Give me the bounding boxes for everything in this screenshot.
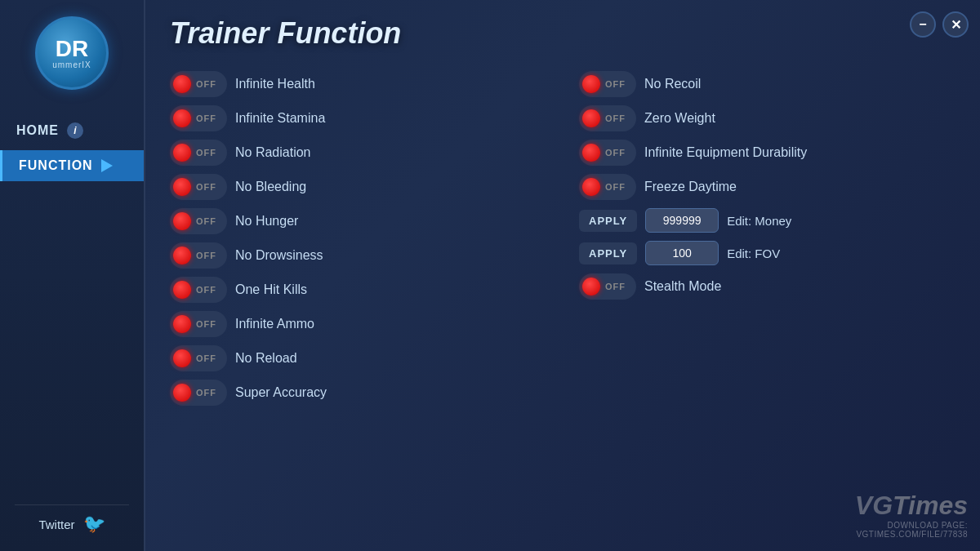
edit-fov-item: APPLY Edit: FOV bbox=[579, 241, 956, 265]
toggle-no-radiation[interactable]: OFF bbox=[170, 140, 227, 166]
minimize-button[interactable]: − bbox=[910, 11, 936, 38]
fov-label: Edit: FOV bbox=[727, 247, 780, 260]
list-item: OFF No Reload bbox=[170, 345, 546, 371]
toggle-infinite-stamina[interactable]: OFF bbox=[170, 105, 227, 131]
list-item: OFF No Radiation bbox=[170, 140, 546, 166]
window-controls: − ✕ bbox=[910, 11, 969, 38]
toggle-stealth-mode[interactable]: OFF bbox=[579, 273, 636, 300]
play-arrow-icon bbox=[101, 159, 113, 172]
list-item: OFF One Hit Kills bbox=[170, 277, 546, 303]
apply-money-button[interactable]: APPLY bbox=[579, 210, 637, 232]
list-item: OFF Freeze Daytime bbox=[579, 174, 956, 200]
money-label: Edit: Money bbox=[727, 214, 791, 228]
sidebar: DR ummerIX HOME i FUNCTION Twitter 🐦 bbox=[0, 0, 145, 551]
list-item: OFF Infinite Equipment Durability bbox=[579, 140, 956, 166]
toggle-no-recoil[interactable]: OFF bbox=[579, 71, 636, 97]
toggle-one-hit-kills[interactable]: OFF bbox=[170, 277, 227, 303]
toggle-dot bbox=[173, 75, 191, 93]
sidebar-divider bbox=[15, 504, 130, 505]
vgtimes-logo: VGTimes bbox=[855, 491, 968, 521]
list-item: OFF Infinite Ammo bbox=[170, 311, 546, 337]
list-item: OFF Super Accuracy bbox=[170, 380, 546, 406]
fov-input[interactable] bbox=[645, 241, 719, 265]
stealth-mode-label: Stealth Mode bbox=[644, 279, 721, 294]
toggle-no-drowsiness[interactable]: OFF bbox=[170, 242, 227, 269]
sidebar-item-home[interactable]: HOME i bbox=[0, 114, 144, 147]
toggle-freeze-daytime[interactable]: OFF bbox=[579, 174, 636, 200]
main-content: − ✕ Trainer Function OFF Infinite Health… bbox=[145, 0, 980, 551]
toggle-no-bleeding[interactable]: OFF bbox=[170, 174, 227, 200]
vgtimes-url: VGTIMES.COM/FILE/77838 bbox=[855, 530, 968, 539]
vgtimes-url-label: DOWNLOAD PAGE: bbox=[855, 521, 968, 530]
list-item: OFF Zero Weight bbox=[579, 105, 956, 131]
list-item: OFF Infinite Health bbox=[170, 71, 546, 97]
list-item: OFF Infinite Stamina bbox=[170, 105, 546, 131]
list-item: OFF No Bleeding bbox=[170, 174, 546, 200]
money-input[interactable] bbox=[645, 208, 719, 233]
function-column-right: OFF No Recoil OFF Zero Weight OFF Infini… bbox=[579, 71, 956, 406]
list-item: OFF No Drowsiness bbox=[170, 242, 546, 269]
twitter-icon: 🐦 bbox=[83, 513, 105, 535]
edit-money-item: APPLY Edit: Money bbox=[579, 208, 956, 233]
logo-sub: ummerIX bbox=[52, 60, 91, 69]
function-column-left: OFF Infinite Health OFF Infinite Stamina… bbox=[170, 71, 546, 406]
toggle-zero-weight[interactable]: OFF bbox=[579, 105, 636, 131]
twitter-link[interactable]: Twitter 🐦 bbox=[38, 513, 105, 535]
function-grid: OFF Infinite Health OFF Infinite Stamina… bbox=[170, 71, 956, 406]
close-button[interactable]: ✕ bbox=[942, 11, 969, 38]
list-item: OFF No Hunger bbox=[170, 208, 546, 234]
toggle-infinite-health[interactable]: OFF bbox=[170, 71, 227, 97]
toggle-no-hunger[interactable]: OFF bbox=[170, 208, 227, 234]
toggle-no-reload[interactable]: OFF bbox=[170, 345, 227, 371]
logo-dr: DR bbox=[56, 38, 88, 60]
page-title: Trainer Function bbox=[170, 16, 956, 51]
sidebar-item-function[interactable]: FUNCTION bbox=[0, 150, 144, 181]
vgtimes-watermark: VGTimes DOWNLOAD PAGE: VGTIMES.COM/FILE/… bbox=[855, 491, 968, 539]
apply-fov-button[interactable]: APPLY bbox=[579, 242, 637, 264]
toggle-infinite-ammo[interactable]: OFF bbox=[170, 311, 227, 337]
stealth-mode-item: OFF Stealth Mode bbox=[579, 273, 956, 300]
list-item: OFF No Recoil bbox=[579, 71, 956, 97]
toggle-super-accuracy[interactable]: OFF bbox=[170, 380, 227, 406]
toggle-infinite-equipment-durability[interactable]: OFF bbox=[579, 140, 636, 166]
info-icon[interactable]: i bbox=[67, 122, 83, 139]
logo: DR ummerIX bbox=[35, 16, 109, 90]
